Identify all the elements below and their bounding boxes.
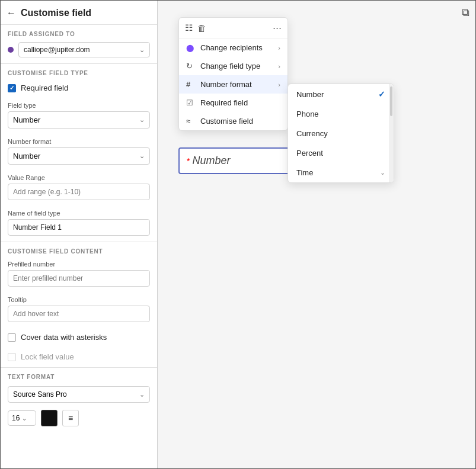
text-align-button[interactable]: ≡ [62,410,79,426]
field-assigned-section: FIELD ASSIGNED TO calliope@jupiter.dom ⌄ [1,25,157,64]
scrollbar-track[interactable] [389,84,394,182]
required-field-menu-label: Required field [200,98,248,107]
scrollbar-thumb [390,86,392,116]
field-assigned-row: calliope@jupiter.dom ⌄ [1,40,157,64]
change-field-icon: ↻ [186,62,196,70]
back-button[interactable]: ← [7,8,16,18]
submenu-item-number[interactable]: Number ✓ [288,84,394,104]
lock-field-row: Lock field value [1,348,157,367]
submenu-number-label: Number [296,90,324,99]
tooltip-group: Tooltip [1,293,157,328]
more-icon[interactable]: ⋯ [273,23,282,33]
number-format-label: Number format [8,138,150,145]
chevron-right-icon: › [278,63,280,70]
lock-field-label: Lock field value [21,352,74,361]
number-format-item[interactable]: # Number format › [179,75,287,94]
field-type-label: Field type [8,102,150,109]
change-field-type-item[interactable]: ↻ Change field type › [179,57,287,75]
chevron-down-icon: ⌄ [139,152,145,160]
customise-icon: ≈ [186,117,196,126]
required-field-label: Required field [21,83,68,92]
field-type-value: Number [13,115,40,124]
required-field-row: Required field [1,79,157,98]
number-format-select[interactable]: Number ⌄ [8,147,150,165]
context-toolbar: ☷ 🗑 ⋯ [179,18,287,38]
customise-field-label: Customise field [200,117,253,126]
name-of-field-group: Name of field type [1,206,157,242]
submenu-percent-label: Percent [296,149,323,158]
submenu-item-phone[interactable]: Phone [288,104,394,124]
text-format-section: TEXT FORMAT Source Sans Pro ⌄ 16 ⌄ ≡ [1,368,157,430]
field-type-select[interactable]: Number ⌄ [8,111,150,129]
prefilled-label: Prefilled number [8,261,150,268]
chevron-down-icon: ⌄ [139,116,145,124]
number-format-label: Number format [200,80,252,89]
prefilled-input[interactable] [8,270,150,287]
required-field-item[interactable]: ☑ Required field [179,94,287,112]
font-row: Source Sans Pro ⌄ [1,383,157,406]
change-field-type-label: Change field type [200,62,260,70]
submenu-time-label: Time [296,168,313,177]
field-assigned-email: calliope@jupiter.dom [24,46,90,54]
purple-dot [8,47,14,53]
cover-data-label: Cover data with asterisks [21,333,107,342]
field-preview-text: Number [192,155,230,167]
copy-icon-area: ⧉ [462,7,469,19]
customise-field-item[interactable]: ≈ Customise field [179,112,287,130]
font-size-select[interactable]: 16 ⌄ [8,410,36,426]
text-format-label: TEXT FORMAT [1,368,157,383]
required-star: * [187,156,190,166]
submenu-item-percent[interactable]: Percent [288,143,394,163]
change-recipients-label: Change recipients [200,43,263,52]
chevron-down-icon: ⌄ [139,391,145,399]
chevron-down-icon: ⌄ [22,415,27,422]
submenu-item-time[interactable]: Time ⌄ [288,163,394,182]
right-panel: ⧉ ☷ 🗑 ⋯ ⬤ Change recipients › ↻ Change f… [158,1,475,468]
name-of-field-label: Name of field type [8,210,150,217]
submenu-currency-label: Currency [296,129,328,138]
customise-content-section: CUSTOMISE FIELD CONTENT Prefilled number… [1,242,157,368]
required-checkbox[interactable] [8,84,16,92]
tooltip-input[interactable] [8,306,150,322]
number-format-submenu: Number ✓ Phone Currency Percent Time ⌄ [287,83,394,183]
font-family-select[interactable]: Source Sans Pro ⌄ [8,386,150,403]
check-selected-icon: ✓ [378,89,385,99]
font-controls-row: 16 ⌄ ≡ [1,406,157,430]
check-icon: ☑ [186,98,196,107]
customise-content-label: CUSTOMISE FIELD CONTENT [1,242,157,257]
submenu-item-currency[interactable]: Currency [288,124,394,143]
name-of-field-input[interactable] [8,219,150,236]
field-assigned-label: FIELD ASSIGNED TO [1,25,157,40]
customise-field-type-label: CUSTOMISE FIELD TYPE [1,64,157,79]
grid-icon[interactable]: ☷ [185,23,193,33]
hash-icon: # [186,80,196,89]
tooltip-label: Tooltip [8,296,150,303]
number-format-value: Number [13,152,40,160]
context-menu: ☷ 🗑 ⋯ ⬤ Change recipients › ↻ Change fie… [178,17,288,131]
copy-icon[interactable]: ⧉ [462,7,469,18]
font-name: Source Sans Pro [13,390,67,399]
submenu-phone-label: Phone [296,110,319,118]
change-recipients-item[interactable]: ⬤ Change recipients › [179,38,287,57]
scroll-indicator: ⌄ [380,169,385,176]
value-range-input[interactable] [8,184,150,200]
chevron-right-icon: › [278,44,280,52]
lock-field-checkbox [8,353,16,361]
number-format-group: Number format Number ⌄ [1,134,157,171]
chevron-down-icon: ⌄ [139,46,145,54]
trash-icon[interactable]: 🗑 [197,23,206,33]
font-size-value: 16 [12,414,20,422]
prefilled-group: Prefilled number [1,257,157,293]
value-range-group: Value Range [1,171,157,206]
panel-title: Customise field [21,8,91,18]
recipients-icon: ⬤ [186,44,196,52]
submenu-list: Number ✓ Phone Currency Percent Time ⌄ [288,84,394,182]
chevron-right-icon: › [278,81,280,88]
field-assigned-select[interactable]: calliope@jupiter.dom ⌄ [18,42,150,57]
value-range-label: Value Range [8,174,150,181]
font-color-swatch[interactable] [41,410,57,426]
back-header: ← Customise field [1,1,157,25]
left-panel: ← Customise field FIELD ASSIGNED TO call… [1,1,158,468]
field-type-group: Field type Number ⌄ [1,98,157,134]
cover-data-checkbox[interactable] [8,333,16,342]
